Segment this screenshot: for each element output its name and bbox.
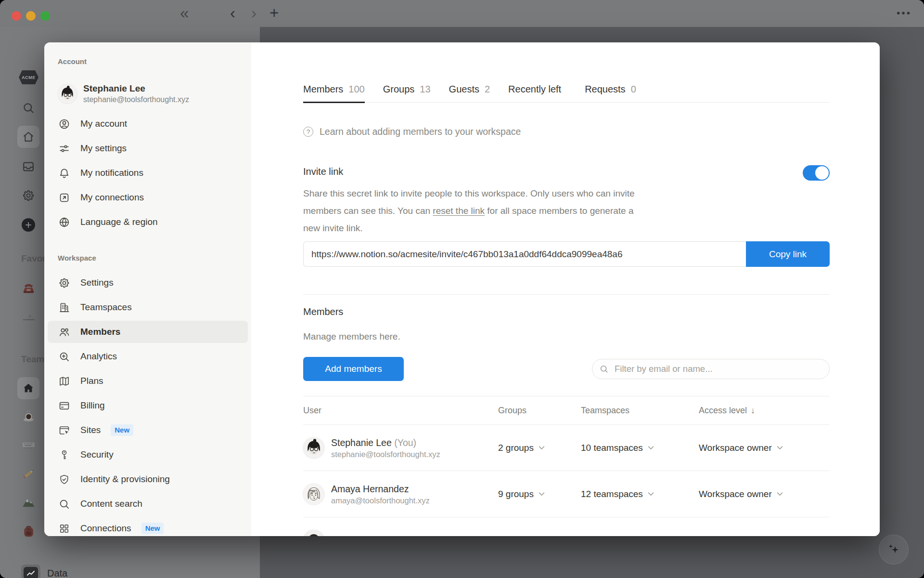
settings-gear-icon[interactable] bbox=[22, 189, 35, 202]
member-email: amaya@toolsforthought.xyz bbox=[331, 496, 430, 505]
sidebar-item-label: Plans bbox=[80, 376, 103, 386]
account-profile-card[interactable]: Stephanie Lee stephanie@toolsforthought.… bbox=[58, 81, 189, 107]
teamspace-home-icon[interactable] bbox=[17, 377, 39, 399]
globe-icon bbox=[58, 216, 70, 228]
avatar bbox=[303, 530, 324, 536]
invite-link-title: Invite link bbox=[303, 166, 830, 177]
sidebar-item-my-connections[interactable]: My connections bbox=[48, 186, 248, 209]
sidebar-item-label: My account bbox=[80, 118, 127, 129]
sidebar-item-plans[interactable]: Plans bbox=[48, 370, 248, 392]
teamspaces-dropdown[interactable]: 10 teamspaces bbox=[581, 443, 654, 453]
notion-window: « ‹ › + ••• ACME Favorites Teamspaces bbox=[0, 0, 924, 578]
map-icon bbox=[58, 375, 70, 387]
help-link[interactable]: ? Learn about adding members to your wor… bbox=[303, 126, 830, 137]
groups-dropdown[interactable]: 9 groups bbox=[498, 489, 545, 499]
help-icon: ? bbox=[303, 127, 313, 137]
access-level-dropdown[interactable]: Workspace owner bbox=[699, 443, 783, 453]
copy-link-button[interactable]: Copy link bbox=[746, 241, 830, 267]
member-row: Stephanie Lee (You) stephanie@toolsforth… bbox=[303, 425, 830, 471]
tab-count: 13 bbox=[420, 84, 430, 95]
sidebar-item-content-search[interactable]: Content search bbox=[48, 493, 248, 515]
filter-input[interactable] bbox=[592, 359, 830, 379]
chevron-down-icon bbox=[648, 492, 654, 496]
tab-members[interactable]: Members100 bbox=[303, 84, 365, 103]
coffee-emoji[interactable] bbox=[21, 409, 36, 424]
more-menu-icon[interactable]: ••• bbox=[897, 0, 911, 27]
members-settings-panel: Members100 Groups13 Guests2 Recently lef… bbox=[251, 42, 880, 536]
search-icon bbox=[599, 364, 609, 374]
sidebar-item-data[interactable]: Data bbox=[21, 565, 67, 578]
sort-descending-icon: ↓ bbox=[751, 406, 755, 415]
arrow-out-icon bbox=[58, 192, 70, 204]
ai-sparkle-button[interactable] bbox=[879, 535, 909, 565]
sidebar-item-my-account[interactable]: My account bbox=[48, 113, 248, 135]
groups-dropdown[interactable]: 2 groups bbox=[498, 443, 545, 453]
mountain-emoji[interactable] bbox=[21, 495, 36, 510]
sidebar-item-label: Connections bbox=[80, 523, 131, 534]
forward-icon[interactable]: › bbox=[251, 0, 257, 27]
inbox-icon[interactable] bbox=[22, 160, 35, 173]
invite-link-toggle[interactable] bbox=[803, 165, 830, 181]
backpack-emoji[interactable] bbox=[21, 524, 36, 539]
sneaker-emoji[interactable] bbox=[21, 309, 36, 324]
sidebar-item-my-notifications[interactable]: My notifications bbox=[48, 162, 248, 184]
sidebar-item-security[interactable]: Security bbox=[48, 444, 248, 466]
sidebar-item-language-region[interactable]: Language & region bbox=[48, 211, 248, 233]
teamspaces-dropdown[interactable]: 12 teamspaces bbox=[581, 489, 654, 499]
pencil-emoji[interactable] bbox=[21, 466, 36, 481]
profile-name: Stephanie Lee bbox=[83, 83, 189, 94]
tab-requests[interactable]: Requests0 bbox=[585, 84, 636, 103]
grid-icon bbox=[58, 523, 70, 535]
building-icon bbox=[58, 302, 70, 314]
minimize-window-button[interactable] bbox=[26, 11, 36, 21]
credit-card-icon bbox=[58, 400, 70, 412]
column-access-level[interactable]: Access level↓ bbox=[699, 406, 830, 416]
tab-recently-left[interactable]: Recently left bbox=[508, 84, 566, 103]
sidebar-collapse-icon[interactable]: « bbox=[180, 0, 189, 27]
invite-link-section: Invite link Share this secret link to in… bbox=[303, 166, 830, 267]
back-icon[interactable]: ‹ bbox=[230, 0, 235, 27]
members-section-title: Members bbox=[303, 306, 830, 317]
sidebar-item-my-settings[interactable]: My settings bbox=[48, 137, 248, 159]
search-icon[interactable] bbox=[22, 101, 35, 115]
zoom-window-button[interactable] bbox=[40, 11, 50, 21]
member-name: Amaya Hernandez bbox=[331, 483, 430, 495]
sidebar-item-sites[interactable]: Sites New bbox=[48, 419, 248, 441]
members-table-header: User Groups Teamspaces Access level↓ bbox=[303, 396, 830, 425]
sidebar-item-label: Content search bbox=[80, 499, 142, 509]
invite-url-input[interactable] bbox=[303, 241, 746, 267]
members-section-subtitle: Manage members here. bbox=[303, 331, 830, 342]
tab-guests[interactable]: Guests2 bbox=[449, 84, 490, 103]
reset-link[interactable]: reset the link bbox=[433, 206, 485, 216]
tab-count: 2 bbox=[485, 84, 490, 95]
workspace-logo[interactable]: ACME bbox=[19, 70, 38, 84]
new-tab-icon[interactable]: + bbox=[270, 0, 279, 27]
sidebar-item-label: Analytics bbox=[80, 351, 117, 362]
access-level-dropdown[interactable]: Workspace owner bbox=[699, 489, 783, 499]
sidebar-item-connections[interactable]: Connections New bbox=[48, 517, 248, 536]
new-badge: New bbox=[111, 424, 133, 436]
home-icon[interactable] bbox=[17, 126, 39, 148]
chevron-down-icon bbox=[777, 492, 783, 496]
sidebar-item-label: My settings bbox=[80, 143, 127, 154]
tab-groups[interactable]: Groups13 bbox=[383, 84, 431, 103]
avatar bbox=[303, 484, 324, 505]
sidebar-item-members[interactable]: Members bbox=[48, 321, 248, 343]
add-members-button[interactable]: Add members bbox=[303, 357, 404, 381]
sidebar-item-settings[interactable]: Settings bbox=[48, 272, 248, 294]
sidebar-item-identity-provisioning[interactable]: Identity & provisioning bbox=[48, 468, 248, 490]
new-page-plus-icon[interactable] bbox=[22, 218, 35, 232]
close-window-button[interactable] bbox=[12, 11, 21, 21]
chevron-down-icon bbox=[777, 446, 783, 450]
keyboard-emoji[interactable] bbox=[21, 437, 36, 452]
section-divider bbox=[303, 294, 830, 295]
sparkles-icon bbox=[886, 541, 902, 558]
sidebar-item-billing[interactable]: Billing bbox=[48, 394, 248, 417]
sidebar-item-analytics[interactable]: Analytics bbox=[48, 345, 248, 368]
sidebar-item-teamspaces[interactable]: Teamspaces bbox=[48, 296, 248, 318]
key-icon bbox=[58, 449, 70, 461]
window-titlebar: « ‹ › + ••• bbox=[0, 0, 924, 27]
column-user: User bbox=[303, 406, 498, 416]
members-tabs: Members100 Groups13 Guests2 Recently lef… bbox=[303, 84, 830, 103]
phone-emoji[interactable] bbox=[21, 280, 36, 295]
